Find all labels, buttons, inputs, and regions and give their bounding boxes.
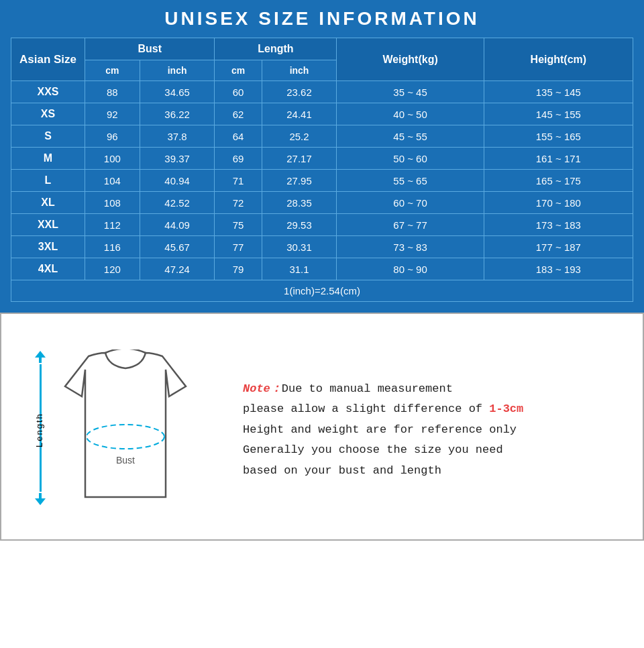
conversion-note: 1(inch)=2.54(cm) bbox=[11, 280, 633, 302]
length-inch-cell: 24.41 bbox=[262, 103, 337, 125]
col-header-length: Length bbox=[215, 38, 337, 60]
height-cell: 173 ~ 183 bbox=[484, 214, 633, 236]
svg-rect-2 bbox=[39, 493, 42, 498]
size-cell: L bbox=[11, 170, 85, 192]
height-cell: 165 ~ 175 bbox=[484, 170, 633, 192]
svg-rect-1 bbox=[39, 358, 42, 363]
tshirt-container: Length Bust bbox=[32, 336, 206, 524]
weight-cell: 45 ~ 55 bbox=[337, 125, 484, 148]
col-header-weight: Weight(kg) bbox=[337, 38, 484, 81]
bust-cm-cell: 108 bbox=[85, 192, 140, 214]
bust-cm-cell: 112 bbox=[85, 214, 140, 236]
top-section: UNISEX SIZE INFORMATION Asian Size Bust … bbox=[0, 0, 644, 313]
height-cell: 161 ~ 171 bbox=[484, 148, 633, 170]
weight-cell: 80 ~ 90 bbox=[337, 258, 484, 280]
height-cell: 135 ~ 145 bbox=[484, 81, 633, 103]
table-row: 4XL12047.247931.180 ~ 90183 ~ 193 bbox=[11, 258, 633, 280]
svg-marker-3 bbox=[35, 498, 46, 505]
length-inch-cell: 27.17 bbox=[262, 148, 337, 170]
bust-cm-header: cm bbox=[85, 60, 140, 81]
bust-inch-header: inch bbox=[140, 60, 215, 81]
table-row: XXL11244.097529.5367 ~ 77173 ~ 183 bbox=[11, 214, 633, 236]
note-line5: based on your bust and length bbox=[243, 464, 441, 477]
length-cm-cell: 62 bbox=[215, 103, 262, 125]
length-inch-cell: 30.31 bbox=[262, 236, 337, 258]
bust-inch-cell: 45.67 bbox=[140, 236, 215, 258]
arrow-down-icon bbox=[35, 493, 46, 505]
length-cm-cell: 71 bbox=[215, 170, 262, 192]
bottom-section: Length Bust Note：Due to manual measureme… bbox=[0, 313, 644, 541]
main-title: UNISEX SIZE INFORMATION bbox=[11, 8, 633, 30]
length-cm-header: cm bbox=[215, 60, 262, 81]
col-header-height: Height(cm) bbox=[484, 38, 633, 81]
length-inch-cell: 28.35 bbox=[262, 192, 337, 214]
bust-cm-cell: 104 bbox=[85, 170, 140, 192]
table-row: L10440.947127.9555 ~ 65165 ~ 175 bbox=[11, 170, 633, 192]
weight-cell: 60 ~ 70 bbox=[337, 192, 484, 214]
svg-text:Bust: Bust bbox=[116, 455, 135, 466]
arrow-up-icon bbox=[35, 351, 46, 363]
size-cell: XXL bbox=[11, 214, 85, 236]
length-inch-cell: 29.53 bbox=[262, 214, 337, 236]
table-row: XL10842.527228.3560 ~ 70170 ~ 180 bbox=[11, 192, 633, 214]
height-cell: 145 ~ 155 bbox=[484, 103, 633, 125]
bust-inch-cell: 47.24 bbox=[140, 258, 215, 280]
length-cm-cell: 64 bbox=[215, 125, 262, 148]
table-row: XXS8834.656023.6235 ~ 45135 ~ 145 bbox=[11, 81, 633, 103]
bust-cm-cell: 100 bbox=[85, 148, 140, 170]
length-inch-cell: 27.95 bbox=[262, 170, 337, 192]
size-cell: 3XL bbox=[11, 236, 85, 258]
weight-cell: 73 ~ 83 bbox=[337, 236, 484, 258]
diagram-area: Length Bust bbox=[1, 314, 229, 539]
bust-inch-cell: 34.65 bbox=[140, 81, 215, 103]
note-line2-prefix: please allow a slight difference of bbox=[243, 402, 489, 415]
bust-inch-cell: 39.37 bbox=[140, 148, 215, 170]
size-cell: XL bbox=[11, 192, 85, 214]
weight-cell: 50 ~ 60 bbox=[337, 148, 484, 170]
bust-inch-cell: 42.52 bbox=[140, 192, 215, 214]
size-cell: XS bbox=[11, 103, 85, 125]
length-cm-cell: 69 bbox=[215, 148, 262, 170]
length-inch-header: inch bbox=[262, 60, 337, 81]
table-row: 3XL11645.677730.3173 ~ 83177 ~ 187 bbox=[11, 236, 633, 258]
height-cell: 183 ~ 193 bbox=[484, 258, 633, 280]
bust-inch-cell: 37.8 bbox=[140, 125, 215, 148]
table-row: S9637.86425.245 ~ 55155 ~ 165 bbox=[11, 125, 633, 148]
length-inch-cell: 25.2 bbox=[262, 125, 337, 148]
svg-marker-0 bbox=[35, 351, 46, 358]
height-cell: 170 ~ 180 bbox=[484, 192, 633, 214]
note-line3: Height and weight are for reference only bbox=[243, 423, 517, 436]
weight-cell: 40 ~ 50 bbox=[337, 103, 484, 125]
size-cell: M bbox=[11, 148, 85, 170]
bust-cm-cell: 96 bbox=[85, 125, 140, 148]
weight-cell: 55 ~ 65 bbox=[337, 170, 484, 192]
weight-cell: 67 ~ 77 bbox=[337, 214, 484, 236]
size-cell: S bbox=[11, 125, 85, 148]
height-cell: 177 ~ 187 bbox=[484, 236, 633, 258]
bust-cm-cell: 116 bbox=[85, 236, 140, 258]
note-paragraph: Note：Due to manual measurement please al… bbox=[243, 379, 623, 482]
length-label: Length bbox=[34, 403, 44, 457]
bust-inch-cell: 44.09 bbox=[140, 214, 215, 236]
size-table: Asian Size Bust Length Weight(kg) Height… bbox=[11, 38, 633, 302]
table-row: M10039.376927.1750 ~ 60161 ~ 171 bbox=[11, 148, 633, 170]
bust-cm-cell: 120 bbox=[85, 258, 140, 280]
bust-cm-cell: 92 bbox=[85, 103, 140, 125]
height-cell: 155 ~ 165 bbox=[484, 125, 633, 148]
length-cm-cell: 72 bbox=[215, 192, 262, 214]
col-header-asian-size: Asian Size bbox=[11, 38, 85, 81]
length-cm-cell: 75 bbox=[215, 214, 262, 236]
note-highlight: 1-3cm bbox=[489, 402, 523, 415]
note-line4: Generally you choose the size you need bbox=[243, 443, 503, 456]
size-cell: XXS bbox=[11, 81, 85, 103]
length-inch-cell: 31.1 bbox=[262, 258, 337, 280]
bust-inch-cell: 36.22 bbox=[140, 103, 215, 125]
table-row: XS9236.226224.4140 ~ 50145 ~ 155 bbox=[11, 103, 633, 125]
note-line1: Due to manual measurement bbox=[282, 382, 453, 395]
size-cell: 4XL bbox=[11, 258, 85, 280]
bust-cm-cell: 88 bbox=[85, 81, 140, 103]
tshirt-diagram: Bust bbox=[52, 349, 199, 510]
length-cm-cell: 77 bbox=[215, 236, 262, 258]
length-inch-cell: 23.62 bbox=[262, 81, 337, 103]
bust-inch-cell: 40.94 bbox=[140, 170, 215, 192]
